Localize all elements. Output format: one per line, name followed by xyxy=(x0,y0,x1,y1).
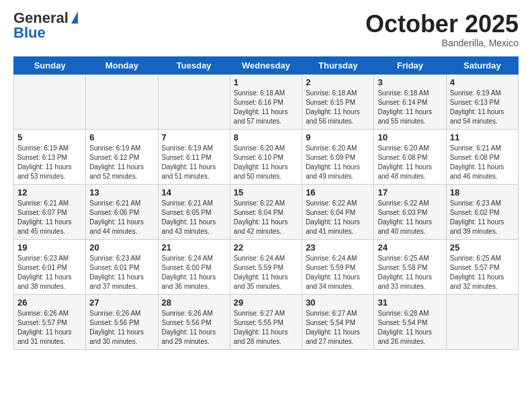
logo-triangle-icon xyxy=(71,11,78,24)
sunrise-text: Sunrise: 6:20 AM xyxy=(306,144,370,153)
day-info: Sunrise: 6:26 AMSunset: 5:56 PMDaylight:… xyxy=(89,309,154,347)
daylight-text: Daylight: 11 hours and 40 minutes. xyxy=(378,218,442,236)
sunset-text: Sunset: 6:08 PM xyxy=(450,153,515,163)
sunrise-text: Sunrise: 6:22 AM xyxy=(234,199,298,208)
sunset-text: Sunset: 6:00 PM xyxy=(162,263,226,273)
logo-blue-text: Blue xyxy=(13,24,46,41)
sunset-text: Sunset: 5:54 PM xyxy=(306,318,370,328)
calendar-table: SundayMondayTuesdayWednesdayThursdayFrid… xyxy=(13,56,519,350)
calendar-cell: 29Sunrise: 6:27 AMSunset: 5:55 PMDayligh… xyxy=(230,294,302,349)
calendar-cell: 5Sunrise: 6:19 AMSunset: 6:13 PMDaylight… xyxy=(14,129,86,184)
calendar-cell: 13Sunrise: 6:21 AMSunset: 6:06 PMDayligh… xyxy=(86,184,158,239)
daylight-text: Daylight: 11 hours and 52 minutes. xyxy=(89,163,154,181)
sunrise-text: Sunrise: 6:21 AM xyxy=(89,199,154,208)
col-header-monday: Monday xyxy=(86,56,158,74)
sunrise-text: Sunrise: 6:21 AM xyxy=(450,144,515,153)
day-number: 5 xyxy=(17,132,82,142)
day-info: Sunrise: 6:26 AMSunset: 5:56 PMDaylight:… xyxy=(162,309,226,347)
day-info: Sunrise: 6:23 AMSunset: 6:01 PMDaylight:… xyxy=(17,254,82,291)
calendar-cell: 8Sunrise: 6:20 AMSunset: 6:10 PMDaylight… xyxy=(230,129,302,184)
daylight-text: Daylight: 11 hours and 55 minutes. xyxy=(378,107,442,126)
day-info: Sunrise: 6:22 AMSunset: 6:04 PMDaylight:… xyxy=(234,199,298,236)
day-number: 9 xyxy=(306,132,370,142)
daylight-text: Daylight: 11 hours and 46 minutes. xyxy=(450,163,515,181)
day-info: Sunrise: 6:20 AMSunset: 6:08 PMDaylight:… xyxy=(378,144,442,181)
day-number: 8 xyxy=(234,132,298,142)
daylight-text: Daylight: 11 hours and 50 minutes. xyxy=(234,163,298,181)
col-header-sunday: Sunday xyxy=(14,56,86,74)
day-info: Sunrise: 6:18 AMSunset: 6:15 PMDaylight:… xyxy=(306,89,370,126)
sunrise-text: Sunrise: 6:26 AM xyxy=(162,309,226,318)
day-info: Sunrise: 6:19 AMSunset: 6:11 PMDaylight:… xyxy=(162,144,226,181)
calendar-cell: 2Sunrise: 6:18 AMSunset: 6:15 PMDaylight… xyxy=(302,74,374,129)
col-header-wednesday: Wednesday xyxy=(230,56,302,74)
sunrise-text: Sunrise: 6:24 AM xyxy=(306,254,370,263)
day-number: 12 xyxy=(17,187,82,197)
sunrise-text: Sunrise: 6:22 AM xyxy=(378,199,442,208)
sunset-text: Sunset: 6:13 PM xyxy=(17,153,82,163)
sunset-text: Sunset: 5:56 PM xyxy=(89,318,154,328)
daylight-text: Daylight: 11 hours and 53 minutes. xyxy=(17,163,82,181)
sunset-text: Sunset: 6:13 PM xyxy=(450,98,515,107)
day-info: Sunrise: 6:24 AMSunset: 5:59 PMDaylight:… xyxy=(306,254,370,291)
calendar-cell xyxy=(158,74,230,129)
daylight-text: Daylight: 11 hours and 26 minutes. xyxy=(378,328,442,347)
calendar-cell: 9Sunrise: 6:20 AMSunset: 6:09 PMDaylight… xyxy=(302,129,374,184)
day-number: 22 xyxy=(234,242,298,253)
sunrise-text: Sunrise: 6:19 AM xyxy=(450,89,515,98)
day-info: Sunrise: 6:19 AMSunset: 6:13 PMDaylight:… xyxy=(17,144,82,181)
day-number: 1 xyxy=(234,77,298,87)
day-number: 31 xyxy=(378,298,442,308)
sunrise-text: Sunrise: 6:19 AM xyxy=(17,144,82,153)
logo-general-text: General xyxy=(13,11,69,26)
sunset-text: Sunset: 6:08 PM xyxy=(378,153,442,163)
sunset-text: Sunset: 5:55 PM xyxy=(234,318,298,328)
calendar-cell: 25Sunrise: 6:25 AMSunset: 5:57 PMDayligh… xyxy=(446,239,518,294)
sunset-text: Sunset: 6:07 PM xyxy=(17,208,82,218)
day-info: Sunrise: 6:18 AMSunset: 6:14 PMDaylight:… xyxy=(378,89,442,126)
calendar-cell: 23Sunrise: 6:24 AMSunset: 5:59 PMDayligh… xyxy=(302,239,374,294)
day-info: Sunrise: 6:22 AMSunset: 6:04 PMDaylight:… xyxy=(306,199,370,236)
calendar-week-row: 19Sunrise: 6:23 AMSunset: 6:01 PMDayligh… xyxy=(14,239,519,294)
daylight-text: Daylight: 11 hours and 48 minutes. xyxy=(378,163,442,181)
day-number: 4 xyxy=(450,77,515,87)
sunset-text: Sunset: 6:03 PM xyxy=(378,208,442,218)
sunset-text: Sunset: 6:04 PM xyxy=(234,208,298,218)
col-header-tuesday: Tuesday xyxy=(158,56,230,74)
sunrise-text: Sunrise: 6:24 AM xyxy=(162,254,226,263)
daylight-text: Daylight: 11 hours and 49 minutes. xyxy=(306,163,370,181)
sunrise-text: Sunrise: 6:25 AM xyxy=(450,254,515,263)
sunrise-text: Sunrise: 6:19 AM xyxy=(162,144,226,153)
sunrise-text: Sunrise: 6:18 AM xyxy=(234,89,298,98)
sunset-text: Sunset: 6:11 PM xyxy=(162,153,226,163)
calendar-week-row: 12Sunrise: 6:21 AMSunset: 6:07 PMDayligh… xyxy=(14,184,519,239)
daylight-text: Daylight: 11 hours and 30 minutes. xyxy=(89,328,154,347)
day-number: 15 xyxy=(234,187,298,197)
daylight-text: Daylight: 11 hours and 29 minutes. xyxy=(162,328,226,347)
calendar-cell: 7Sunrise: 6:19 AMSunset: 6:11 PMDaylight… xyxy=(158,129,230,184)
day-info: Sunrise: 6:24 AMSunset: 5:59 PMDaylight:… xyxy=(234,254,298,291)
sunset-text: Sunset: 6:16 PM xyxy=(234,98,298,107)
daylight-text: Daylight: 11 hours and 41 minutes. xyxy=(306,218,370,236)
day-number: 24 xyxy=(378,242,442,253)
logo-block: General Blue xyxy=(13,11,78,40)
day-number: 26 xyxy=(17,298,82,308)
calendar-cell: 19Sunrise: 6:23 AMSunset: 6:01 PMDayligh… xyxy=(14,239,86,294)
page: General Blue October 2025 Banderilla, Me… xyxy=(0,0,532,411)
day-number: 23 xyxy=(306,242,370,253)
sunrise-text: Sunrise: 6:21 AM xyxy=(17,199,82,208)
col-header-friday: Friday xyxy=(374,56,446,74)
day-number: 14 xyxy=(162,187,226,197)
calendar-cell: 11Sunrise: 6:21 AMSunset: 6:08 PMDayligh… xyxy=(446,129,518,184)
day-number: 19 xyxy=(17,242,82,253)
location-subtitle: Banderilla, Mexico xyxy=(365,38,519,48)
sunset-text: Sunset: 6:01 PM xyxy=(17,263,82,273)
day-info: Sunrise: 6:19 AMSunset: 6:12 PMDaylight:… xyxy=(89,144,154,181)
day-number: 18 xyxy=(450,187,515,197)
calendar-cell: 10Sunrise: 6:20 AMSunset: 6:08 PMDayligh… xyxy=(374,129,446,184)
day-number: 27 xyxy=(89,298,154,308)
sunrise-text: Sunrise: 6:25 AM xyxy=(378,254,442,263)
day-info: Sunrise: 6:20 AMSunset: 6:09 PMDaylight:… xyxy=(306,144,370,181)
day-info: Sunrise: 6:27 AMSunset: 5:54 PMDaylight:… xyxy=(306,309,370,347)
day-number: 6 xyxy=(89,132,154,142)
